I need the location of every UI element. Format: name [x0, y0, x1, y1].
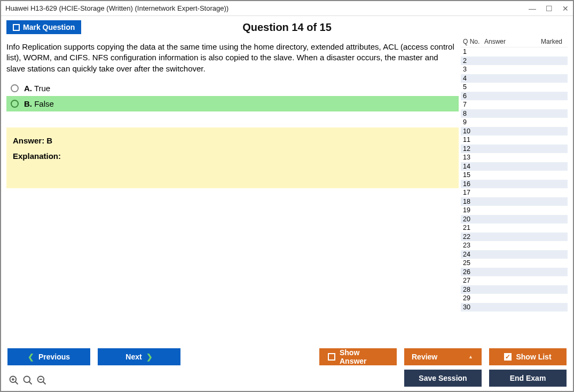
qlist-number: 4: [461, 75, 484, 82]
chevron-left-icon: ❮: [28, 353, 34, 361]
save-session-button[interactable]: Save Session: [404, 370, 482, 387]
checkbox-icon: [328, 353, 335, 361]
qlist-number: 27: [461, 277, 484, 284]
review-button[interactable]: Review ▲: [404, 348, 482, 365]
qlist-row[interactable]: 11: [461, 135, 568, 145]
qlist-row[interactable]: 18: [461, 197, 568, 206]
qlist-number: 16: [461, 180, 484, 188]
qlist-number: 22: [461, 233, 484, 241]
qlist-number: 19: [461, 206, 484, 214]
qlist-number: 26: [461, 268, 484, 276]
qlist-row[interactable]: 25: [461, 259, 568, 268]
review-label: Review: [412, 353, 437, 361]
qlist-row[interactable]: 13: [461, 153, 568, 162]
svg-point-4: [24, 377, 30, 383]
qlist-row[interactable]: 26: [461, 268, 568, 277]
qlist-row[interactable]: 28: [461, 285, 568, 294]
window-controls: — ☐ ✕: [529, 5, 569, 12]
topbar: Mark Question Question 14 of 15: [1, 16, 573, 36]
zoom-out-icon[interactable]: [36, 375, 47, 386]
qlist-number: 12: [461, 145, 484, 153]
zoom-controls: [7, 371, 48, 386]
qlist-row[interactable]: 24: [461, 250, 568, 259]
qlist-row[interactable]: 16: [461, 180, 568, 189]
qlist-number: 24: [461, 251, 484, 258]
qlist-number: 7: [461, 101, 484, 108]
show-list-label: Show List: [516, 353, 551, 361]
qlist-row[interactable]: 8: [461, 109, 568, 118]
qlist-number: 5: [461, 83, 484, 91]
col-answer: Answer: [484, 38, 536, 45]
qlist-row[interactable]: 3: [461, 65, 568, 74]
zoom-in-icon[interactable]: [22, 375, 33, 386]
option-row[interactable]: B. False: [6, 96, 459, 111]
qlist-number: 21: [461, 224, 484, 231]
save-session-label: Save Session: [419, 374, 467, 382]
options-list: A. TrueB. False: [6, 81, 459, 111]
end-exam-label: End Exam: [510, 374, 546, 382]
qlist-row[interactable]: 5: [461, 83, 568, 92]
next-button[interactable]: Next ❯: [98, 348, 180, 365]
qlist-number: 14: [461, 163, 484, 170]
qlist-row[interactable]: 2: [461, 57, 568, 66]
next-label: Next: [125, 353, 141, 361]
qlist-header: Q No. Answer Marked: [461, 36, 568, 47]
qlist-number: 30: [461, 303, 484, 311]
qlist-number: 3: [461, 66, 484, 73]
chevron-right-icon: ❯: [146, 353, 153, 361]
qlist-row[interactable]: 17: [461, 188, 568, 197]
previous-label: Previous: [38, 353, 70, 361]
qlist-row[interactable]: 19: [461, 206, 568, 215]
end-exam-button[interactable]: End Exam: [489, 370, 567, 387]
qlist-number: 8: [461, 110, 484, 117]
col-marked: Marked: [536, 38, 568, 45]
option-text: B. False: [24, 99, 54, 108]
qlist-row[interactable]: 14: [461, 162, 568, 171]
qlist-number: 11: [461, 136, 484, 143]
qlist-row[interactable]: 21: [461, 223, 568, 233]
qlist-row[interactable]: 22: [461, 233, 568, 242]
qlist-row[interactable]: 9: [461, 118, 568, 127]
qlist-number: 1: [461, 48, 484, 55]
dropdown-icon: ▲: [468, 354, 473, 359]
qlist-row[interactable]: 23: [461, 241, 568, 250]
previous-button[interactable]: ❮ Previous: [7, 348, 90, 365]
qlist-number: 13: [461, 154, 484, 161]
question-counter: Question 14 of 15: [242, 21, 332, 34]
qlist-number: 6: [461, 92, 484, 100]
mark-question-button[interactable]: Mark Question: [6, 20, 81, 34]
zoom-reset-icon[interactable]: [9, 375, 19, 386]
qlist-row[interactable]: 1: [461, 47, 568, 57]
maximize-icon[interactable]: ☐: [546, 5, 553, 12]
qlist-row[interactable]: 4: [461, 74, 568, 83]
radio-icon: [11, 84, 19, 92]
qlist-row[interactable]: 7: [461, 100, 568, 109]
col-qno: Q No.: [461, 38, 484, 45]
show-answer-button[interactable]: Show Answer: [319, 348, 397, 365]
minimize-icon[interactable]: —: [529, 5, 536, 12]
explanation-label: Explanation:: [13, 151, 452, 161]
show-list-button[interactable]: ✓ Show List: [489, 348, 567, 365]
qlist-row[interactable]: 15: [461, 171, 568, 180]
question-list[interactable]: 1234567891011121314151617181920212223242…: [461, 47, 568, 343]
qlist-row[interactable]: 27: [461, 276, 568, 285]
option-row[interactable]: A. True: [6, 81, 459, 96]
qlist-row[interactable]: 30: [461, 303, 568, 312]
qlist-row[interactable]: 12: [461, 145, 568, 154]
window-title: Huawei H13-629 (HCIE-Storage (Written) (…: [5, 4, 229, 12]
question-text: Info Replication supports copying the da…: [6, 42, 459, 74]
option-text: A. True: [24, 84, 50, 93]
qlist-number: 2: [461, 57, 484, 65]
qlist-row[interactable]: 10: [461, 127, 568, 136]
qlist-number: 25: [461, 259, 484, 267]
qlist-number: 9: [461, 118, 484, 126]
close-icon[interactable]: ✕: [562, 5, 569, 12]
qlist-row[interactable]: 6: [461, 92, 568, 101]
svg-line-1: [15, 382, 18, 385]
qlist-row[interactable]: 20: [461, 215, 568, 224]
checkbox-checked-icon: ✓: [504, 353, 512, 361]
titlebar: Huawei H13-629 (HCIE-Storage (Written) (…: [1, 1, 573, 16]
checkbox-icon: [13, 24, 20, 31]
qlist-row[interactable]: 29: [461, 294, 568, 303]
answer-box: Answer: B Explanation:: [6, 127, 459, 188]
